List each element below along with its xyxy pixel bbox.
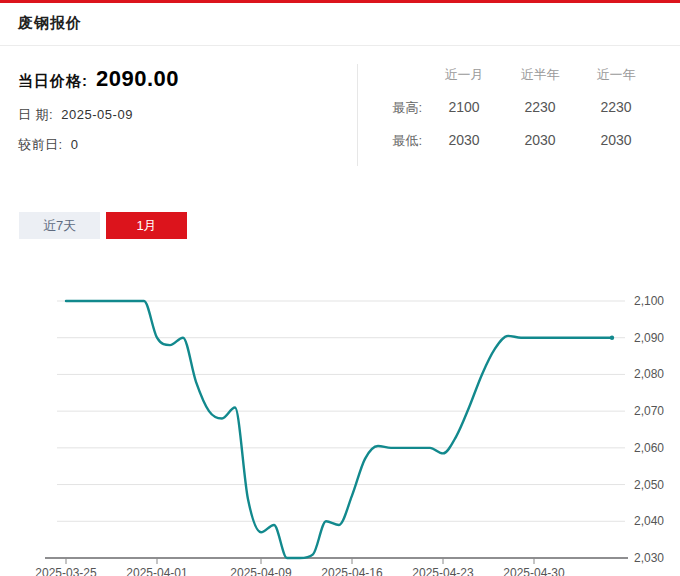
low-month: 2030 — [426, 132, 502, 150]
page-title: 废钢报价 — [18, 14, 662, 33]
y-tick-label: 2,050 — [634, 478, 664, 492]
date-value: 2025-05-09 — [61, 107, 133, 122]
line-chart-canvas[interactable]: 2,0302,0402,0502,0602,0702,0802,0902,100… — [0, 277, 680, 576]
y-tick-label: 2,100 — [634, 294, 664, 308]
stats-col-month: 近一月 — [426, 66, 502, 84]
current-price-value: 2090.00 — [96, 66, 179, 92]
high-month: 2100 — [426, 99, 502, 117]
x-tick-label: 2025-04-01 — [126, 566, 188, 576]
date-label: 日 期: — [18, 107, 53, 122]
range-tabs: 近7天 1月 — [19, 212, 680, 239]
x-tick-label: 2025-04-23 — [412, 566, 474, 576]
line-endpoint-dot — [610, 336, 614, 340]
stats-row-high-label: 最高: — [378, 99, 426, 117]
high-year: 2230 — [578, 99, 654, 117]
stats-col-halfyear: 近半年 — [502, 66, 578, 84]
high-halfyear: 2230 — [502, 99, 578, 117]
x-tick-label: 2025-03-25 — [35, 566, 97, 576]
y-tick-label: 2,060 — [634, 441, 664, 455]
low-year: 2030 — [578, 132, 654, 150]
stats-row-low-label: 最低: — [378, 132, 426, 150]
tab-1month[interactable]: 1月 — [106, 212, 187, 239]
page-header: 废钢报价 — [0, 3, 680, 46]
y-tick-label: 2,040 — [634, 514, 664, 528]
change-label: 较前日: — [18, 137, 63, 152]
stats-col-year: 近一年 — [578, 66, 654, 84]
tab-7days[interactable]: 近7天 — [19, 212, 100, 239]
current-price-label: 当日价格: — [18, 72, 88, 91]
change-value: 0 — [71, 137, 79, 152]
x-tick-label: 2025-04-30 — [503, 566, 565, 576]
price-info-section: 当日价格: 2090.00 日 期: 2025-05-09 较前日: 0 近一月… — [0, 46, 680, 186]
price-chart[interactable]: 2,0302,0402,0502,0602,0702,0802,0902,100… — [0, 277, 680, 576]
y-tick-label: 2,030 — [634, 551, 664, 565]
price-panel: 当日价格: 2090.00 日 期: 2025-05-09 较前日: 0 — [18, 64, 358, 166]
y-tick-label: 2,090 — [634, 331, 664, 345]
price-line-series — [66, 301, 612, 558]
x-tick-label: 2025-04-09 — [230, 566, 292, 576]
y-tick-label: 2,080 — [634, 367, 664, 381]
low-halfyear: 2030 — [502, 132, 578, 150]
y-tick-label: 2,070 — [634, 404, 664, 418]
stats-table: 近一月 近半年 近一年 最高: 2100 2230 2230 最低: 2030 … — [358, 64, 654, 166]
x-tick-label: 2025-04-16 — [321, 566, 383, 576]
